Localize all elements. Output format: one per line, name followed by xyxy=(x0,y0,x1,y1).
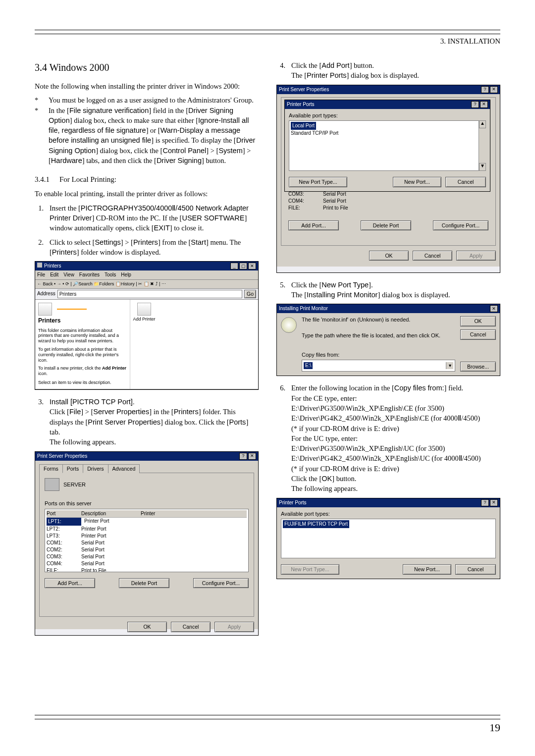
bullet-1: You must be logged on as a user assigned… xyxy=(49,95,254,105)
available-label: Available port types: xyxy=(281,510,496,518)
close-icon[interactable]: ✕ xyxy=(490,499,498,506)
add-printer-icon[interactable] xyxy=(137,303,151,316)
leftpane-text: Select an item to view its description. xyxy=(38,379,127,386)
table-row[interactable]: COM3: xyxy=(47,553,81,560)
tab-advanced[interactable]: Advanced xyxy=(108,464,140,474)
close-icon[interactable]: ✕ xyxy=(480,101,488,108)
status-bar: 1 object(s) xyxy=(35,389,258,390)
dropdown-icon[interactable]: ▾ xyxy=(446,362,453,369)
col-desc[interactable]: Description xyxy=(81,510,141,517)
step-2: Click to select [Settings] > [Printers] … xyxy=(50,237,259,258)
screenshot-printers-folder: Printers _▢✕ FileEditViewFavoritesToolsH… xyxy=(35,261,259,390)
table-row[interactable]: COM1: xyxy=(47,540,81,546)
table-row: FILE: xyxy=(288,205,323,212)
chapter-header: 3. INSTALLATION xyxy=(35,37,500,46)
step-3: Install [PICTRO TCP Port]. Click [File] … xyxy=(50,397,259,447)
screenshot-printer-ports-nested: Print Server Properties ?✕ Printer Ports… xyxy=(276,85,500,273)
msg-text: The file 'monitor.inf' on (Unknown) is n… xyxy=(302,316,455,324)
window-title: Printers xyxy=(37,263,61,270)
table-row[interactable]: COM4: xyxy=(47,560,81,567)
leftpane-title: Printers xyxy=(38,317,127,325)
table-row: COM4: xyxy=(288,198,323,205)
help-icon[interactable]: ? xyxy=(239,453,247,460)
close-icon[interactable]: ✕ xyxy=(248,453,256,460)
tab-ports[interactable]: Ports xyxy=(62,464,84,474)
new-port-type-button[interactable]: New Port Type... xyxy=(289,177,347,187)
table-row[interactable]: FILE: xyxy=(47,567,81,572)
new-port-button[interactable]: New Port... xyxy=(403,564,451,575)
table-row[interactable]: LPT1: xyxy=(47,518,81,526)
col-printer[interactable]: Printer xyxy=(141,510,155,517)
toolbar[interactable]: ← Back • → • ⟳ | 🔎Search 📁Folders 📋Histo… xyxy=(35,280,258,289)
cancel-button[interactable]: Cancel xyxy=(413,251,452,261)
address-field[interactable] xyxy=(57,290,242,298)
configure-port-button[interactable]: Configure Port... xyxy=(433,220,488,231)
subsection-number: 3.4.1 xyxy=(35,174,50,185)
hint-text: Type the path where the file is located,… xyxy=(302,332,455,339)
minimize-icon[interactable]: _ xyxy=(230,263,238,270)
close-icon[interactable]: ✕ xyxy=(248,263,256,270)
screenshot-print-server-properties: Print Server Properties ?✕ Forms Ports D… xyxy=(35,451,259,636)
leftpane-text: To get information about a printer that … xyxy=(38,347,127,363)
new-port-button[interactable]: New Port... xyxy=(393,177,441,187)
cancel-button[interactable]: Cancel xyxy=(460,329,496,340)
step-5: Click the [New Port Type]. The [Installi… xyxy=(291,280,450,300)
list-item[interactable]: Local Port xyxy=(291,122,316,130)
step-1: Insert the [PICTROGRAPHY3500/4000Ⅱ/4500 … xyxy=(50,203,259,233)
scrollbar[interactable]: ▲ ▼ xyxy=(479,120,486,171)
window-title: Printer Ports xyxy=(287,101,315,108)
page-number: 19 xyxy=(35,721,500,734)
ok-button[interactable]: OK xyxy=(127,622,167,632)
step-6: Enter the following location in the [Cop… xyxy=(291,383,481,493)
help-icon[interactable]: ? xyxy=(481,499,489,506)
step-4: Click the [Add Port] button. The [Printe… xyxy=(291,60,419,81)
window-title: Print Server Properties xyxy=(37,453,87,460)
disk-icon xyxy=(281,317,297,333)
window-title: Printer Ports xyxy=(279,499,307,506)
add-port-button[interactable]: Add Port... xyxy=(288,220,339,231)
intro-text: Note the following when installing the p… xyxy=(35,81,259,91)
table-row: COM3: xyxy=(288,191,323,198)
subsection-intro: To enable local printing, install the pr… xyxy=(35,189,259,199)
address-label: Address xyxy=(37,290,55,297)
col-port[interactable]: Port xyxy=(47,510,81,517)
help-icon[interactable]: ? xyxy=(481,86,489,93)
step-number: 5. xyxy=(276,280,285,300)
tab-drivers[interactable]: Drivers xyxy=(83,464,108,474)
close-icon[interactable]: ✕ xyxy=(490,305,498,312)
step-number: 4. xyxy=(276,60,285,81)
copy-files-field[interactable]: E:\ xyxy=(304,362,313,369)
printer-icon xyxy=(38,303,52,316)
list-item[interactable]: Standard TCP/IP Port xyxy=(291,130,484,137)
go-button[interactable]: Go xyxy=(244,290,256,298)
menu-bar[interactable]: FileEditViewFavoritesToolsHelp xyxy=(35,270,258,280)
cancel-button[interactable]: Cancel xyxy=(455,564,496,575)
server-label: SERVER xyxy=(63,481,86,488)
step-number: 6. xyxy=(276,383,285,493)
table-row[interactable]: LPT3: xyxy=(47,533,81,540)
apply-button[interactable]: Apply xyxy=(214,622,254,632)
cancel-button[interactable]: Cancel xyxy=(445,177,486,187)
table-row[interactable]: LPT2: xyxy=(47,526,81,533)
help-icon[interactable]: ? xyxy=(471,101,479,108)
cancel-button[interactable]: Cancel xyxy=(171,622,211,632)
close-icon[interactable]: ✕ xyxy=(490,86,498,93)
delete-port-button[interactable]: Delete Port xyxy=(361,220,411,231)
bullet-star: * xyxy=(35,106,44,166)
tab-forms[interactable]: Forms xyxy=(39,464,63,474)
bullet-2: In the [File signature verification] fie… xyxy=(49,106,259,166)
list-item[interactable]: FUJIFILM PICTRO TCP Port xyxy=(283,520,349,528)
ok-button[interactable]: OK xyxy=(369,251,409,261)
add-printer-label: Add Printer xyxy=(133,317,156,322)
apply-button[interactable]: Apply xyxy=(456,251,496,261)
new-port-type-button[interactable]: New Port Type... xyxy=(281,564,339,575)
configure-port-button[interactable]: Configure Port... xyxy=(193,578,249,589)
browse-button[interactable]: Browse... xyxy=(460,362,496,372)
maximize-icon[interactable]: ▢ xyxy=(239,263,247,270)
ok-button[interactable]: OK xyxy=(460,316,496,326)
table-row[interactable]: COM2: xyxy=(47,546,81,553)
step-number: 2. xyxy=(35,237,44,258)
add-port-button[interactable]: Add Port... xyxy=(45,578,95,589)
delete-port-button[interactable]: Delete Port xyxy=(119,578,169,589)
leftpane-text: To install a new printer, click the Add … xyxy=(38,366,127,377)
